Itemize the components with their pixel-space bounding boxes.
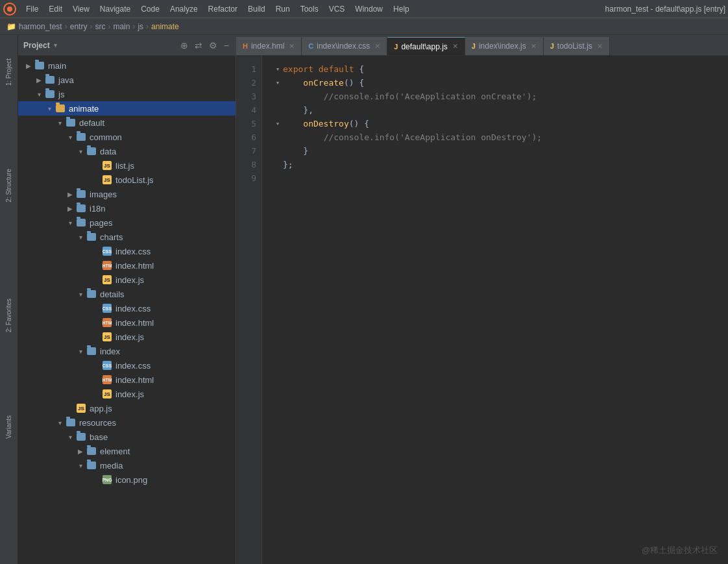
minimize-icon[interactable]: − xyxy=(223,39,230,52)
tab-default-app-js[interactable]: J default\app.js ✕ xyxy=(387,37,465,55)
menu-analyze[interactable]: Analyze xyxy=(165,3,203,15)
tree-animate[interactable]: ▾ animate xyxy=(18,101,236,116)
tab-close-todolistjs[interactable]: ✕ xyxy=(597,42,603,51)
expand-base[interactable]: ▾ xyxy=(65,434,75,441)
file-tree[interactable]: ▶ main ▶ java ▾ js ▾ animate xyxy=(18,56,236,564)
tree-java[interactable]: ▶ java xyxy=(18,73,236,87)
bc-src[interactable]: src xyxy=(95,22,105,31)
tree-index-folder[interactable]: ▾ index xyxy=(18,344,236,358)
menu-code[interactable]: Code xyxy=(136,3,165,15)
tree-index-js[interactable]: JS index.js xyxy=(18,387,236,401)
tree-todolist-js[interactable]: JS todoList.js xyxy=(18,173,236,187)
project-title-arrow[interactable]: ▾ xyxy=(54,42,57,49)
expand-index-folder[interactable]: ▾ xyxy=(75,348,86,355)
tree-main[interactable]: ▶ main xyxy=(18,58,236,73)
tab-index-hml[interactable]: H index.hml ✕ xyxy=(236,37,302,55)
bc-harmon[interactable]: harmon_test xyxy=(19,22,62,31)
expand-default[interactable]: ▾ xyxy=(55,119,65,127)
sidebar-tab-project[interactable]: 1: Project xyxy=(3,55,15,90)
expand-java[interactable]: ▶ xyxy=(34,77,44,84)
menu-build[interactable]: Build xyxy=(243,3,271,15)
tree-list-js[interactable]: JS list.js xyxy=(18,158,236,173)
item-main: main xyxy=(48,61,66,71)
menu-refactor[interactable]: Refactor xyxy=(203,3,243,15)
item-index-html: index.html xyxy=(115,375,154,385)
expand-animate[interactable]: ▾ xyxy=(44,105,55,112)
add-icon[interactable]: ⊕ xyxy=(179,39,189,52)
expand-images[interactable]: ▶ xyxy=(65,191,75,198)
tree-images[interactable]: ▶ images xyxy=(18,187,236,201)
menu-navigate[interactable]: Navigate xyxy=(95,3,136,15)
app-logo xyxy=(3,2,17,16)
tree-i18n[interactable]: ▶ i18n xyxy=(18,201,236,215)
tree-data[interactable]: ▾ data xyxy=(18,144,236,158)
tab-close-appjs[interactable]: ✕ xyxy=(452,42,458,51)
code-editor[interactable]: 1 2 3 4 5 6 7 8 9 ▾ export default { ▾ xyxy=(236,56,728,564)
expand-common[interactable]: ▾ xyxy=(65,134,75,141)
tree-index-html[interactable]: HTM index.html xyxy=(18,373,236,387)
expand-charts[interactable]: ▾ xyxy=(75,234,86,241)
css-icon-index: CSS xyxy=(101,360,113,371)
item-pages: pages xyxy=(90,218,112,228)
tree-pages[interactable]: ▾ pages xyxy=(18,215,236,230)
diff-icon[interactable]: ⇄ xyxy=(193,39,204,52)
tree-charts[interactable]: ▾ charts xyxy=(18,230,236,244)
expand-resources[interactable]: ▾ xyxy=(55,419,65,426)
expand-element[interactable]: ▶ xyxy=(75,448,86,455)
code-content[interactable]: ▾ export default { ▾ onCreate() { //cons… xyxy=(262,56,728,564)
settings-icon[interactable]: ⚙ xyxy=(208,39,219,52)
bc-main[interactable]: main xyxy=(113,22,130,31)
tab-todolist-js[interactable]: J todoList.js ✕ xyxy=(544,37,610,55)
tree-charts-css[interactable]: CSS index.css xyxy=(18,244,236,258)
menu-tools[interactable]: Tools xyxy=(295,3,324,15)
item-base: base xyxy=(90,432,108,442)
tree-base[interactable]: ▾ base xyxy=(18,430,236,444)
expand-main[interactable]: ▶ xyxy=(23,62,34,69)
tab-index-css[interactable]: C index\index.css ✕ xyxy=(302,37,387,55)
expand-data[interactable]: ▾ xyxy=(75,148,86,155)
menu-vcs[interactable]: VCS xyxy=(324,3,350,15)
item-java: java xyxy=(58,75,74,85)
tab-index-indexjs[interactable]: J index\index.js ✕ xyxy=(465,37,544,55)
tree-common[interactable]: ▾ common xyxy=(18,130,236,144)
tree-charts-html[interactable]: HTM index.html xyxy=(18,258,236,273)
bc-js[interactable]: js xyxy=(138,22,143,31)
expand-js[interactable]: ▾ xyxy=(34,91,44,98)
tree-resources[interactable]: ▾ resources xyxy=(18,415,236,430)
fold-5[interactable]: ▾ xyxy=(273,117,283,130)
tree-details-js[interactable]: JS index.js xyxy=(18,330,236,344)
tree-details-css[interactable]: CSS index.css xyxy=(18,301,236,315)
menu-view[interactable]: View xyxy=(67,3,95,15)
sidebar-tab-favorites[interactable]: 2: Favorites xyxy=(3,295,15,336)
tree-index-css[interactable]: CSS index.css xyxy=(18,358,236,373)
folder-icon-js xyxy=(44,89,56,99)
tree-element[interactable]: ▶ element xyxy=(18,444,236,458)
expand-media[interactable]: ▾ xyxy=(75,462,86,469)
fold-1[interactable]: ▾ xyxy=(273,62,283,76)
menu-window[interactable]: Window xyxy=(350,3,388,15)
menu-run[interactable]: Run xyxy=(271,3,295,15)
menu-file[interactable]: File xyxy=(21,3,43,15)
tree-icon-png[interactable]: PNG icon.png xyxy=(18,472,236,487)
tree-default[interactable]: ▾ default xyxy=(18,116,236,130)
sidebar-tab-variants[interactable]: Variants xyxy=(3,411,15,443)
bc-entry[interactable]: entry xyxy=(70,22,88,31)
tab-close-css[interactable]: ✕ xyxy=(374,42,380,51)
menu-edit[interactable]: Edit xyxy=(43,3,67,15)
expand-pages[interactable]: ▾ xyxy=(65,219,75,227)
tab-close-indexjs[interactable]: ✕ xyxy=(531,42,537,51)
tree-charts-js[interactable]: JS index.js xyxy=(18,273,236,287)
tree-media[interactable]: ▾ media xyxy=(18,458,236,472)
bc-animate[interactable]: animate xyxy=(151,22,179,31)
menu-help[interactable]: Help xyxy=(388,3,415,15)
tree-js[interactable]: ▾ js xyxy=(18,87,236,101)
tree-details-html[interactable]: HTM index.html xyxy=(18,315,236,330)
tree-app-js[interactable]: JS app.js xyxy=(18,401,236,415)
tab-close-hml[interactable]: ✕ xyxy=(289,42,295,51)
expand-i18n[interactable]: ▶ xyxy=(65,205,75,212)
expand-details[interactable]: ▾ xyxy=(75,291,86,298)
folder-icon-element xyxy=(86,446,97,456)
fold-2[interactable]: ▾ xyxy=(273,76,283,90)
sidebar-tab-structure[interactable]: 2: Structure xyxy=(3,165,15,206)
tree-details[interactable]: ▾ details xyxy=(18,287,236,301)
